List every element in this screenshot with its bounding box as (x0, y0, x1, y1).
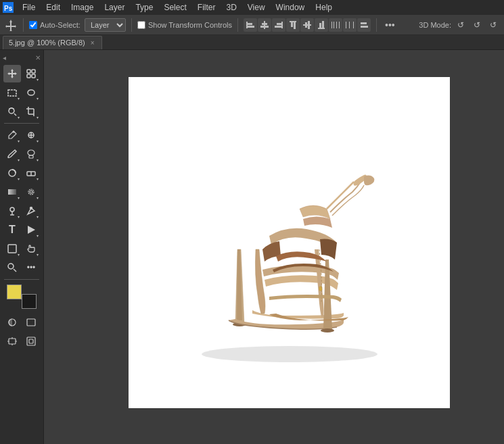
menu-help[interactable]: Help (311, 1, 337, 14)
svg-rect-21 (331, 22, 332, 28)
document-tab[interactable]: 5.jpg @ 100% (RGB/8) × (3, 36, 102, 49)
align-top-edges-btn[interactable] (286, 18, 300, 32)
transform-controls-checkbox[interactable] (137, 21, 145, 29)
3d-pan-icon[interactable]: ↺ (486, 18, 500, 32)
quick-select-btn[interactable]: ▾ (3, 103, 21, 120)
blur-tool-btn[interactable]: ▾ (22, 183, 40, 201)
svg-rect-33 (27, 74, 30, 78)
screen-mode-btn[interactable] (22, 314, 40, 331)
move-tool-icon[interactable] (4, 18, 18, 32)
history-brush-btn[interactable]: ▾ (3, 164, 21, 182)
gradient-tool-btn[interactable]: ▾ (3, 183, 21, 201)
eraser-tool-btn[interactable]: ▾ (22, 164, 40, 182)
eyedropper-btn[interactable]: ▾ (3, 126, 21, 144)
svg-rect-22 (334, 22, 334, 28)
tool-row-modes (0, 313, 43, 332)
layer-select[interactable]: Layer Group (85, 18, 126, 32)
svg-rect-25 (346, 22, 346, 28)
clone-stamp-btn[interactable]: ▾ (22, 145, 40, 163)
3d-mode-section: 3D Mode: ↺ ↺ ↺ (419, 18, 500, 32)
corner-marker: ▾ (18, 115, 20, 120)
svg-point-74 (321, 328, 334, 332)
svg-rect-19 (319, 23, 321, 28)
svg-point-52 (28, 189, 34, 195)
hand-tool-btn[interactable]: ▾ (22, 240, 40, 257)
3d-roll-icon[interactable]: ↺ (470, 18, 484, 32)
tab-close-btn[interactable]: × (89, 39, 96, 47)
quick-mask-btn[interactable] (3, 314, 21, 331)
align-right-edges-btn[interactable] (272, 18, 285, 32)
tool-separator-2 (4, 279, 39, 280)
distribute-centers-btn[interactable] (343, 18, 357, 32)
menu-filter[interactable]: Filter (193, 1, 221, 14)
rectangular-marquee-btn[interactable]: ▾ (3, 84, 21, 101)
path-select-btn[interactable]: ▾ (22, 221, 40, 239)
3d-mode-label: 3D Mode: (419, 21, 451, 29)
lasso-tool-btn[interactable]: ▾ (22, 84, 40, 101)
corner-marker: ▾ (18, 252, 20, 257)
separator-3 (237, 18, 238, 32)
menu-image[interactable]: Image (66, 1, 98, 14)
svg-rect-47 (29, 155, 33, 158)
menu-bar: Ps File Edit Image Layer Type Select Fil… (0, 0, 504, 15)
frame-mode-btn[interactable] (22, 332, 40, 350)
corner-marker: ▾ (37, 176, 39, 181)
svg-rect-16 (305, 22, 307, 28)
tab-bar: 5.jpg @ 100% (RGB/8) × (0, 35, 504, 50)
crop-tool-btn[interactable]: ▾ (22, 103, 40, 120)
svg-rect-59 (8, 245, 16, 253)
background-color-swatch[interactable] (22, 294, 37, 309)
shoe-image (164, 114, 415, 371)
svg-rect-27 (353, 22, 354, 28)
corner-marker: ▾ (18, 195, 20, 200)
svg-rect-51 (8, 189, 16, 195)
menu-edit[interactable]: Edit (41, 1, 65, 14)
zoom-tool-btn[interactable] (3, 259, 21, 276)
toolbar-collapse-row: ◂ ✕ (0, 53, 43, 63)
menu-type[interactable]: Type (131, 1, 158, 14)
menu-window[interactable]: Window (271, 1, 310, 14)
svg-point-57 (30, 207, 32, 209)
collapse-left-btn[interactable]: ◂ (3, 54, 6, 61)
more-options-btn[interactable]: ••• (382, 20, 398, 30)
align-buttons (244, 18, 371, 32)
auto-select-checkbox[interactable] (29, 21, 37, 29)
dodge-tool-btn[interactable]: ▾ (3, 202, 21, 220)
artboard-tool-btn[interactable]: ▾ (22, 65, 40, 82)
tool-row-marquee: ▾ ▾ (0, 83, 43, 102)
corner-marker: ▾ (18, 214, 20, 219)
svg-rect-24 (339, 22, 340, 28)
svg-rect-35 (8, 90, 16, 96)
extra-tools-btn[interactable]: ••• (22, 259, 40, 276)
distribute-left-btn[interactable] (329, 18, 342, 32)
svg-point-43 (13, 131, 15, 133)
svg-text:Ps: Ps (4, 5, 13, 12)
align-centers-vertical-btn[interactable] (258, 18, 271, 32)
3d-rotate-icon[interactable]: ↺ (454, 18, 467, 32)
color-swatches (7, 285, 37, 309)
menu-file[interactable]: File (18, 1, 40, 14)
text-tool-btn[interactable]: T (3, 221, 21, 239)
menu-select[interactable]: Select (159, 1, 191, 14)
svg-rect-3 (246, 22, 248, 28)
align-bottom-edges-btn[interactable] (315, 18, 328, 32)
svg-line-61 (14, 269, 16, 272)
svg-rect-70 (29, 339, 33, 343)
menu-layer[interactable]: Layer (99, 1, 129, 14)
menu-view[interactable]: View (243, 1, 270, 14)
brush-tool-btn[interactable]: ▾ (3, 145, 21, 163)
menu-3d[interactable]: 3D (221, 1, 241, 14)
tool-separator-1 (4, 123, 39, 124)
transform-controls-label[interactable]: Show Transform Controls (137, 21, 232, 29)
artboard-mode-btn[interactable] (3, 332, 21, 350)
distribute-right-btn[interactable] (357, 18, 371, 32)
foreground-color-swatch[interactable] (7, 285, 22, 299)
healing-brush-btn[interactable]: ▾ (22, 126, 40, 144)
move-tool-btn[interactable] (3, 65, 21, 82)
align-left-edges-btn[interactable] (244, 18, 257, 32)
auto-select-label[interactable]: Auto-Select: (29, 21, 81, 29)
pen-tool-btn[interactable]: ▾ (22, 202, 40, 220)
align-centers-horizontal-btn[interactable] (300, 18, 314, 32)
collapse-right-btn[interactable]: ✕ (35, 54, 41, 61)
shape-tool-btn[interactable]: ▾ (3, 240, 21, 257)
